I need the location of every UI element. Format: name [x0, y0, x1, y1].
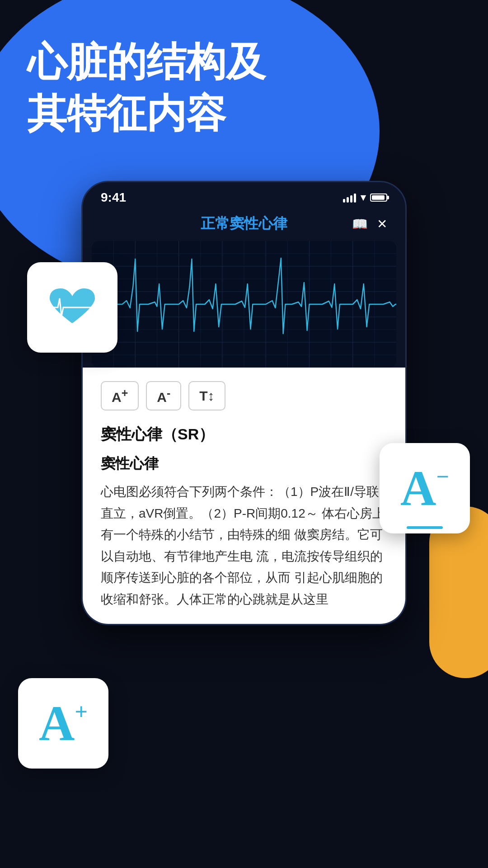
- phone-mockup: 9:41 ▾ 正常窦性心律 📖 ✕: [81, 181, 407, 625]
- status-bar: 9:41 ▾: [83, 182, 405, 209]
- heart-ecg-icon: [41, 285, 104, 330]
- battery-icon: [370, 193, 387, 202]
- content-body: 心电图必须符合下列两个条件：（1）P波在Ⅱ/导联直立，aVR倒置。（2）P-R间…: [101, 481, 387, 610]
- ecg-display: [92, 241, 396, 368]
- subsection-title: 窦性心律: [101, 454, 387, 474]
- close-icon[interactable]: ✕: [377, 217, 387, 231]
- a-minus-letter: A: [400, 463, 436, 513]
- hero-title-line1: 心脏的结构及: [27, 36, 266, 88]
- a-plus-card: A +: [18, 678, 108, 769]
- heart-monitor-card: [27, 262, 117, 353]
- a-minus-sign: −: [436, 463, 449, 490]
- book-icon[interactable]: 📖: [352, 217, 368, 231]
- wifi-icon: ▾: [361, 192, 366, 203]
- signal-icon: [343, 193, 356, 203]
- a-minus-card: A −: [380, 443, 470, 533]
- a-minus-underline: [407, 526, 443, 529]
- content-area: A+ A- T↕ 窦性心律（SR） 窦性心律 心电图必须符合下列两个条件：（1）…: [83, 368, 405, 624]
- nav-action-icons[interactable]: 📖 ✕: [352, 217, 387, 231]
- a-plus-letter: A: [39, 698, 75, 748]
- nav-bar: 正常窦性心律 📖 ✕: [83, 209, 405, 241]
- time-display: 9:41: [101, 190, 126, 205]
- font-controls: A+ A- T↕: [101, 381, 387, 410]
- font-decrease-button[interactable]: A-: [146, 381, 181, 410]
- font-reset-button[interactable]: T↕: [188, 381, 225, 410]
- ecg-chart: [92, 241, 396, 368]
- font-increase-button[interactable]: A+: [101, 381, 139, 410]
- a-plus-sign: +: [75, 698, 88, 725]
- hero-title-line2: 其特征内容: [27, 88, 266, 139]
- nav-title: 正常窦性心律: [201, 214, 287, 234]
- status-icons: ▾: [343, 192, 387, 203]
- hero-section: 心脏的结构及 其特征内容: [27, 36, 266, 140]
- section-title: 窦性心律（SR）: [101, 424, 387, 445]
